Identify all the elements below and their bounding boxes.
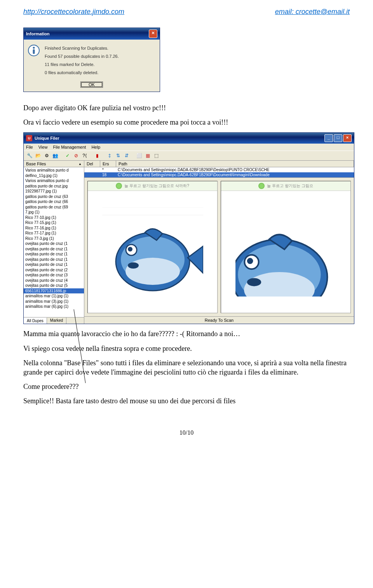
col-del[interactable]: Del: [84, 161, 100, 167]
email-link[interactable]: email: crocette@email.it: [275, 8, 350, 16]
svg-point-9: [128, 262, 139, 269]
body-paragraph: Ora vi faccio vedere un esempio su come …: [23, 118, 350, 127]
col-path[interactable]: Path: [116, 161, 354, 167]
dialog-title: Information: [26, 31, 50, 36]
preview-banner: 늘 푸르고 향기있는 그림으: [221, 181, 350, 191]
file-list-item[interactable]: animalitos mar (3).jpg (1): [24, 299, 84, 304]
toolbar-icon[interactable]: ⬚: [153, 152, 160, 159]
minimize-button[interactable]: _: [324, 134, 333, 142]
file-list-item[interactable]: Varios animalitos punto d: [24, 168, 84, 173]
file-list-item[interactable]: ovejitas punto de cruz (5: [24, 283, 84, 288]
preview-image: [88, 191, 217, 313]
dialog-line: 11 files marked for Delete.: [45, 61, 156, 69]
tab-all-dupes[interactable]: All Dupes: [24, 317, 47, 324]
preview-box-right: 늘 푸르고 향기있는 그림으: [221, 181, 351, 313]
file-list-item[interactable]: 65611817071311886.jp: [24, 288, 84, 294]
body-paragraph: Dopo aver digitato OK fare pulizia nel v…: [23, 104, 350, 113]
info-icon: [28, 44, 40, 57]
toolbar-icon[interactable]: ⬜: [136, 152, 143, 159]
path-row[interactable]: 18 C:\Documents and Settings\miopc.DADA-…: [84, 172, 354, 177]
toolbar-icon[interactable]: ⇅: [115, 152, 122, 159]
svg-point-8: [128, 247, 132, 252]
maximize-button[interactable]: □: [334, 134, 342, 142]
file-list[interactable]: Varios animalitos punto ddelfino_11g.jpg…: [24, 167, 84, 317]
statusbar: Ready To Scan: [84, 316, 354, 324]
close-button[interactable]: ×: [343, 134, 352, 142]
file-list-item[interactable]: gatitos punto de cruz (66: [24, 199, 84, 205]
file-list-item[interactable]: gatitos punto de cruz (63: [24, 194, 84, 199]
apple-icon: [116, 183, 122, 189]
svg-point-18: [247, 278, 261, 286]
preview-area: 늘 푸르고 향기있는 그림으로 삭까하?: [84, 177, 354, 316]
svg-point-17: [247, 258, 253, 264]
file-list-item[interactable]: ovejitas punto de cruz (1: [24, 257, 84, 262]
file-list-item[interactable]: Rico 77-16.jpg (1): [24, 225, 84, 231]
site-url-link[interactable]: http://crocettecolorate.jimdo.com: [23, 8, 124, 16]
file-list-item[interactable]: Rico 77-3.jpg (1): [24, 236, 84, 241]
svg-point-1: [33, 47, 35, 49]
svg-point-6: [125, 258, 180, 285]
file-list-item[interactable]: ovejitas punto de cruz (1: [24, 241, 84, 246]
menu-file[interactable]: File: [26, 145, 33, 149]
preview-box-left: 늘 푸르고 향기있는 그림으로 삭까하?: [87, 181, 218, 313]
menu-view[interactable]: View: [38, 145, 48, 149]
toolbar-icon[interactable]: ?⟨: [81, 152, 88, 159]
dialog-line: 0 files automatically deleted.: [45, 69, 156, 77]
toolbar-icon[interactable]: ▦: [144, 152, 151, 159]
svg-line-19: [74, 309, 85, 383]
file-list-item[interactable]: 7.jpg (1): [24, 210, 84, 215]
file-list-item[interactable]: Varios animalitos punto d: [24, 178, 84, 184]
check-icon[interactable]: ✓: [64, 152, 71, 159]
preview-image: [221, 191, 350, 313]
menu-file-management[interactable]: File Management: [53, 145, 86, 149]
menubar: File View File Management Help: [24, 144, 354, 151]
close-button[interactable]: ×: [149, 29, 157, 38]
col-ers[interactable]: Ers: [100, 161, 116, 167]
file-list-item[interactable]: ovejitas punto de cruz (1: [24, 262, 84, 267]
path-rows: * C:\Documents and Settings\miopc.DADA-6…: [84, 167, 354, 177]
file-list-item[interactable]: patitos punto de cruz.jpg: [24, 184, 84, 189]
base-files-header[interactable]: Base Files ▲: [24, 161, 84, 167]
file-list-item[interactable]: animalitos mar (1).jpg (1): [24, 293, 84, 299]
toolbar-icon[interactable]: 📂: [35, 152, 42, 159]
file-list-item[interactable]: Rico 77-15.jpg (1): [24, 220, 84, 225]
file-list-item[interactable]: ovejitas punto de cruz (4: [24, 278, 84, 283]
file-list-item[interactable]: ovejitas punto de cruz (1: [24, 246, 84, 252]
body-paragraph: Semplice!! Basta fare tasto destro del m…: [23, 397, 350, 406]
dialog-titlebar: Information ×: [24, 28, 160, 40]
base-files-pane: Base Files ▲ Varios animalitos punto dde…: [24, 161, 84, 324]
page-header: http://crocettecolorate.jimdo.com email:…: [23, 8, 350, 16]
tab-marked[interactable]: Marked: [47, 317, 66, 324]
dialog-line: Finished Scanning for Duplicates.: [45, 44, 156, 52]
toolbar-icon[interactable]: ⚙: [43, 152, 50, 159]
path-row[interactable]: * C:\Documents and Settings\miopc.DADA-6…: [84, 167, 354, 172]
file-list-item[interactable]: 192298777.jpg (1): [24, 189, 84, 194]
cancel-icon[interactable]: ⊘: [73, 152, 80, 159]
dialog-line: Found 57 possible duplicates in 0.7.26.: [45, 52, 156, 61]
file-list-item[interactable]: ovejitas punto de cruz (1: [24, 252, 84, 257]
app-titlebar: U Unique Filer _ □ ×: [24, 133, 354, 144]
apple-icon: [258, 183, 265, 189]
page-number: 10/10: [23, 429, 350, 436]
menu-help[interactable]: Help: [91, 145, 100, 149]
toolbar: 🔧 📂 ⚙ 👥 ✓ ⊘ ?⟨ ▮ ‡ ⇅ ⇵ ⬜ ▦ ⬚: [24, 151, 354, 161]
file-list-item[interactable]: delfino_11g.jpg (1): [24, 173, 84, 179]
app-icon: U: [26, 135, 32, 141]
path-header: Del Ers Path: [84, 161, 354, 167]
file-list-item[interactable]: ovejitas punto de cruz (2: [24, 267, 84, 273]
file-list-item[interactable]: ovejitas punto de cruz (3: [24, 272, 84, 278]
file-list-item[interactable]: gatitos punto de cruz (69: [24, 205, 84, 210]
file-list-item[interactable]: Rico 77-17.jpg (1): [24, 231, 84, 236]
toolbar-icon[interactable]: 👥: [52, 152, 59, 159]
unique-filer-window: U Unique Filer _ □ × File View File Mana…: [23, 132, 354, 324]
toolbar-icon[interactable]: ▮: [94, 152, 101, 159]
dialog-message: Finished Scanning for Duplicates. Found …: [45, 44, 156, 77]
file-list-item[interactable]: Rico 77-10.jpg (1): [24, 215, 84, 220]
toolbar-icon[interactable]: 🔧: [26, 152, 33, 159]
file-list-item[interactable]: animalitos mar (6).jpg (1): [24, 304, 84, 309]
preview-banner: 늘 푸르고 향기있는 그림으로 삭까하?: [88, 181, 217, 191]
toolbar-icon[interactable]: ⇵: [123, 152, 130, 159]
toolbar-icon[interactable]: ‡: [106, 152, 113, 159]
app-title: Unique Filer: [35, 136, 59, 140]
ok-button[interactable]: OK: [80, 82, 103, 88]
